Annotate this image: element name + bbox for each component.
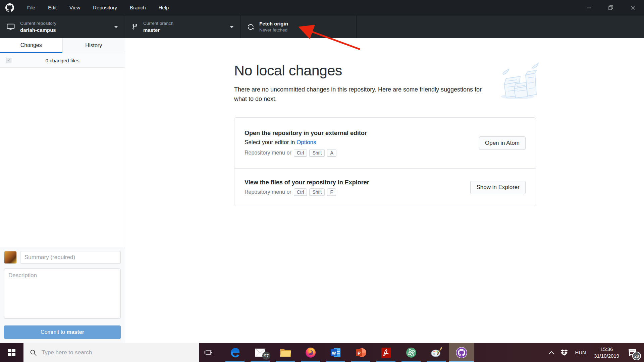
commit-description-input[interactable] bbox=[4, 268, 121, 319]
commit-button[interactable]: Commit to master bbox=[4, 325, 121, 339]
commit-panel: Commit to master bbox=[0, 247, 125, 343]
taskbar-paint-button[interactable] bbox=[424, 343, 449, 362]
sync-icon bbox=[248, 24, 254, 30]
svg-text:P: P bbox=[358, 350, 361, 355]
github-logo-icon bbox=[5, 3, 14, 12]
task-view-icon bbox=[204, 349, 213, 357]
menu-repository[interactable]: Repository bbox=[87, 0, 123, 15]
menu-view[interactable]: View bbox=[63, 0, 87, 15]
monitor-icon bbox=[7, 23, 15, 31]
kbd-key: Shift bbox=[309, 149, 325, 157]
tab-history[interactable]: History bbox=[62, 38, 125, 53]
chevron-up-icon bbox=[549, 351, 554, 354]
clock-time: 15:36 bbox=[594, 346, 619, 353]
taskbar-apps: 97 bbox=[222, 343, 474, 362]
acrobat-icon bbox=[381, 347, 391, 358]
taskbar-firefox-button[interactable] bbox=[298, 343, 323, 362]
open-in-atom-button[interactable]: Open in Atom bbox=[479, 136, 526, 150]
system-tray: HUN 15:36 31/10/2019 28 bbox=[545, 343, 644, 362]
running-indicator bbox=[251, 361, 270, 362]
search-icon bbox=[30, 349, 37, 356]
sidebar: Changes History ✓ 0 changed files Commit… bbox=[0, 38, 125, 343]
start-button[interactable] bbox=[0, 343, 23, 362]
menu-file[interactable]: File bbox=[21, 0, 42, 15]
running-indicator bbox=[401, 361, 421, 362]
user-avatar bbox=[4, 251, 17, 264]
edge-icon bbox=[229, 347, 241, 358]
shortcut-hint-text: Repository menu or bbox=[245, 150, 291, 156]
page-subtitle: There are no uncommitted changes in this… bbox=[234, 85, 496, 104]
running-indicator bbox=[225, 361, 245, 362]
dropbox-tray-button[interactable] bbox=[557, 343, 571, 362]
atom-icon bbox=[406, 347, 417, 358]
minimize-button[interactable] bbox=[578, 0, 600, 15]
show-in-explorer-button[interactable]: Show in Explorer bbox=[470, 181, 526, 194]
taskbar-edge-button[interactable] bbox=[222, 343, 248, 362]
git-branch-icon bbox=[132, 24, 138, 30]
file-explorer-icon bbox=[280, 348, 291, 358]
running-indicator bbox=[326, 361, 345, 362]
menu-help[interactable]: Help bbox=[152, 0, 175, 15]
chevron-down-icon bbox=[114, 26, 118, 28]
running-indicator bbox=[301, 361, 320, 362]
taskbar: 97 bbox=[0, 343, 644, 362]
menu-edit[interactable]: Edit bbox=[42, 0, 63, 15]
paper-stack-illustration-icon bbox=[496, 58, 540, 102]
svg-text:W: W bbox=[332, 350, 336, 355]
commit-summary-input[interactable] bbox=[20, 251, 121, 264]
kbd-key: F bbox=[327, 188, 336, 196]
taskbar-github-desktop-button[interactable] bbox=[449, 343, 474, 362]
suggestion-title: Open the repository in your external edi… bbox=[245, 130, 479, 137]
options-link[interactable]: Options bbox=[297, 139, 316, 145]
action-center-button[interactable]: 28 bbox=[623, 343, 641, 362]
close-button[interactable] bbox=[622, 0, 644, 15]
running-indicator bbox=[376, 361, 395, 362]
tray-expand-button[interactable] bbox=[545, 343, 557, 362]
maximize-button[interactable] bbox=[600, 0, 622, 15]
taskbar-file-explorer-button[interactable] bbox=[273, 343, 298, 362]
branch-switcher[interactable]: Current branch master bbox=[125, 15, 241, 38]
repository-switcher[interactable]: Current repository dariah-campus bbox=[0, 15, 125, 38]
kbd-key: A bbox=[327, 149, 336, 157]
window-controls bbox=[578, 0, 644, 15]
powerpoint-icon: P bbox=[356, 347, 366, 358]
taskbar-search bbox=[23, 343, 199, 362]
branch-name: master bbox=[143, 27, 173, 34]
page-title: No local changes bbox=[234, 62, 342, 79]
kbd-key: Ctrl bbox=[294, 188, 307, 196]
clock[interactable]: 15:36 31/10/2019 bbox=[590, 343, 623, 362]
changed-files-label: 0 changed files bbox=[46, 58, 79, 63]
taskbar-word-button[interactable]: W bbox=[323, 343, 348, 362]
search-input[interactable] bbox=[42, 349, 176, 356]
taskbar-atom-button[interactable] bbox=[398, 343, 424, 362]
minimize-icon bbox=[586, 5, 591, 10]
task-view-button[interactable] bbox=[199, 343, 218, 362]
firefox-icon bbox=[305, 347, 316, 358]
fetch-status: Never fetched bbox=[259, 27, 288, 33]
running-indicator bbox=[351, 361, 370, 362]
suggestion-card-explorer: View the files of your repository in Exp… bbox=[234, 168, 536, 206]
running-indicator bbox=[276, 361, 295, 362]
repository-label: Current repository bbox=[20, 20, 56, 27]
clock-date: 31/10/2019 bbox=[594, 353, 619, 359]
dropbox-icon bbox=[560, 349, 568, 356]
main-content: No local changes There are no uncommitte… bbox=[125, 38, 644, 343]
chevron-down-icon bbox=[230, 26, 234, 28]
tab-changes[interactable]: Changes bbox=[0, 38, 62, 53]
menu-branch[interactable]: Branch bbox=[123, 0, 152, 15]
include-all-checkbox[interactable]: ✓ bbox=[6, 58, 11, 63]
language-indicator[interactable]: HUN bbox=[571, 343, 590, 362]
notification-badge: 28 bbox=[632, 352, 641, 360]
taskbar-mail-button[interactable]: 97 bbox=[248, 343, 273, 362]
taskbar-acrobat-button[interactable] bbox=[373, 343, 398, 362]
taskbar-powerpoint-button[interactable]: P bbox=[348, 343, 373, 362]
suggestion-card-editor: Open the repository in your external edi… bbox=[234, 118, 536, 168]
paint-palette-icon bbox=[431, 347, 442, 358]
kbd-key: Ctrl bbox=[294, 149, 307, 157]
fetch-origin-button[interactable]: Fetch origin Never fetched bbox=[241, 15, 357, 38]
word-icon: W bbox=[330, 347, 341, 358]
commit-button-branch: master bbox=[66, 329, 84, 335]
mail-badge: 97 bbox=[262, 352, 270, 360]
suggestions-panel: Open the repository in your external edi… bbox=[234, 117, 536, 206]
windows-logo-icon bbox=[8, 349, 15, 356]
